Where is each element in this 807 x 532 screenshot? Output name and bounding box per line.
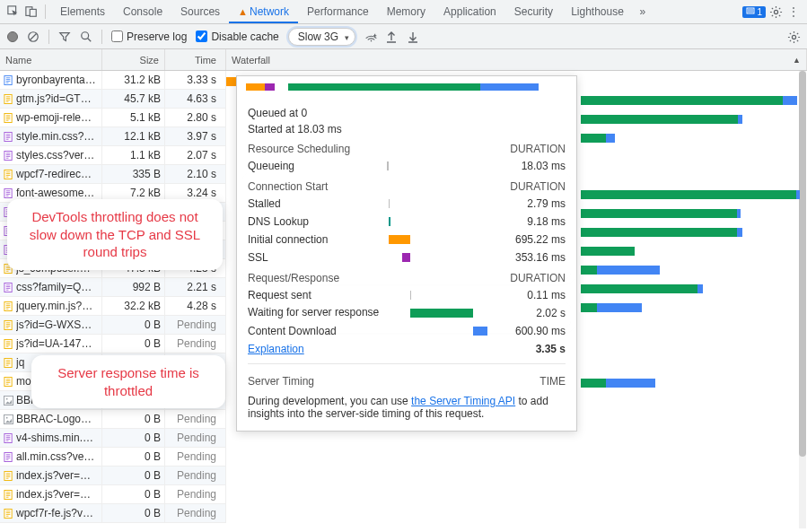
disable-cache-checkbox[interactable]: Disable cache — [196, 31, 278, 43]
table-row[interactable]: byronbayrenta… 31.2 kB 3.33 s — [0, 71, 226, 90]
throttle-select[interactable]: Slow 3G ▾ — [288, 28, 355, 46]
table-row[interactable]: style.min.css?… 12.1 kB 3.97 s — [0, 127, 226, 146]
svg-point-6 — [82, 31, 89, 39]
request-size: 0 B — [102, 316, 165, 334]
scrollbar-thumb[interactable] — [799, 71, 806, 457]
svg-rect-3 — [747, 8, 754, 13]
table-row[interactable]: css?family=Q… 992 B 2.21 s — [0, 278, 226, 297]
preserve-log-checkbox[interactable]: Preserve log — [111, 31, 187, 43]
col-waterfall[interactable]: Waterfall ▲ — [226, 49, 807, 70]
row-reqsent: Request sent 0.11 ms — [237, 286, 576, 304]
request-name: wpcf7r-fe.js?v… — [16, 507, 93, 519]
started-at: Started at 18.03 ms — [237, 121, 576, 137]
upload-har-icon[interactable] — [386, 31, 399, 43]
tab-elements[interactable]: Elements — [51, 0, 114, 23]
col-time[interactable]: Time — [165, 49, 226, 70]
table-row[interactable]: wpcf7r-fe.js?v… 0 B Pending — [0, 504, 226, 523]
svg-rect-9 — [4, 75, 12, 84]
request-name: index.js?ver=… — [16, 488, 91, 501]
col-size[interactable]: Size — [102, 49, 165, 70]
request-size: 31.2 kB — [102, 71, 165, 89]
more-tabs-icon[interactable]: » — [635, 4, 651, 20]
request-size: 0 B — [102, 504, 165, 522]
table-row[interactable]: index.js?ver=… 0 B Pending — [0, 467, 226, 485]
waterfall-row[interactable] — [226, 449, 798, 468]
waterfall-bar — [581, 284, 697, 293]
table-row[interactable]: jquery.min.js?… 32.2 kB 4.28 s — [0, 297, 226, 316]
tab-performance[interactable]: Performance — [298, 0, 378, 23]
table-headers: Name Size Time Waterfall ▲ — [0, 49, 807, 71]
issues-badge[interactable]: 1 — [742, 6, 766, 18]
svg-rect-12 — [4, 132, 12, 141]
svg-rect-21 — [4, 301, 12, 310]
col-name[interactable]: Name — [0, 49, 102, 70]
preserve-log-input[interactable] — [111, 31, 123, 42]
annotation-bottom: Server response time is throttled — [31, 355, 225, 408]
section-server-timing: Server Timing TIME — [237, 370, 576, 389]
request-time: Pending — [165, 335, 226, 353]
explanation-link[interactable]: Explanation — [248, 343, 304, 355]
gear-icon[interactable] — [768, 4, 784, 20]
waterfall-row[interactable] — [226, 468, 798, 487]
search-icon[interactable] — [80, 31, 92, 43]
tab-application[interactable]: Application — [434, 0, 505, 23]
record-button[interactable] — [7, 31, 18, 42]
table-row[interactable]: js?id=UA-147… 0 B Pending — [0, 335, 226, 353]
section-reqres: Request/Response DURATION — [237, 266, 576, 286]
scrollbar[interactable] — [799, 71, 806, 528]
request-time: 3.33 s — [165, 71, 226, 89]
waterfall-row[interactable] — [226, 431, 798, 449]
request-name: gtm.js?id=GT… — [16, 92, 92, 105]
devtools-tabs-bar: ElementsConsoleSources▲NetworkPerformanc… — [0, 0, 807, 24]
table-row[interactable]: wp-emoji-rele… 5.1 kB 2.80 s — [0, 109, 226, 127]
request-time: 2.10 s — [165, 165, 226, 183]
disable-cache-input[interactable] — [196, 31, 207, 42]
separator — [48, 30, 49, 44]
waterfall-bar — [581, 115, 738, 124]
svg-rect-25 — [4, 377, 12, 386]
gear-icon[interactable] — [787, 31, 800, 43]
request-name: styles.css?ver… — [16, 149, 94, 161]
waterfall-bar — [597, 266, 660, 275]
request-name: wp-emoji-rele… — [16, 111, 92, 124]
request-size: 0 B — [102, 485, 165, 503]
svg-rect-34 — [4, 509, 12, 518]
device-toggle-icon[interactable] — [23, 4, 39, 20]
table-row[interactable]: v4-shims.min.… 0 B Pending — [0, 429, 226, 448]
table-row[interactable]: index.js?ver=… 0 B Pending — [0, 485, 226, 504]
tab-console[interactable]: Console — [114, 0, 171, 23]
kebab-menu-icon[interactable]: ⋮ — [785, 4, 802, 20]
request-time: 2.21 s — [165, 278, 226, 296]
network-conditions-icon[interactable] — [364, 31, 377, 43]
waterfall-bar — [697, 284, 703, 293]
table-row[interactable]: all.min.css?ve… 0 B Pending — [0, 448, 226, 467]
tab-memory[interactable]: Memory — [378, 0, 434, 23]
svg-rect-20 — [4, 283, 12, 292]
table-row[interactable]: BBRAC-Logo… 0 B Pending — [0, 410, 226, 429]
table-row[interactable]: gtm.js?id=GT… 45.7 kB 4.63 s — [0, 90, 226, 109]
table-row[interactable]: js?id=G-WXS… 0 B Pending — [0, 316, 226, 335]
row-initconn: Initial connection 695.22 ms — [237, 231, 576, 249]
table-row[interactable]: wpcf7-redirec… 335 B 2.10 s — [0, 165, 226, 184]
svg-rect-10 — [4, 94, 12, 103]
inspect-icon[interactable] — [5, 4, 22, 20]
filter-icon[interactable] — [58, 31, 71, 43]
separator — [45, 4, 46, 19]
request-name: js?id=UA-147… — [16, 337, 92, 350]
section-connection: Connection Start DURATION — [237, 175, 576, 195]
tab-lighthouse[interactable]: Lighthouse — [562, 0, 633, 23]
waterfall-bar — [606, 379, 655, 388]
tab-security[interactable]: Security — [505, 0, 562, 23]
waterfall-row[interactable] — [226, 506, 798, 525]
waterfall-bar — [581, 379, 606, 388]
requests-table: byronbayrenta… 31.2 kB 3.33 s gtm.js?id=… — [0, 71, 226, 532]
server-timing-api-link[interactable]: the Server Timing API — [411, 395, 515, 407]
clear-icon[interactable] — [27, 31, 39, 43]
tab-sources[interactable]: Sources — [171, 0, 229, 23]
download-har-icon[interactable] — [408, 31, 420, 43]
waterfall-row[interactable] — [226, 487, 798, 506]
table-row[interactable]: styles.css?ver… 1.1 kB 2.07 s — [0, 146, 226, 165]
request-time: Pending — [165, 410, 226, 428]
tab-network[interactable]: ▲Network — [229, 0, 298, 23]
request-size: 992 B — [102, 278, 165, 296]
